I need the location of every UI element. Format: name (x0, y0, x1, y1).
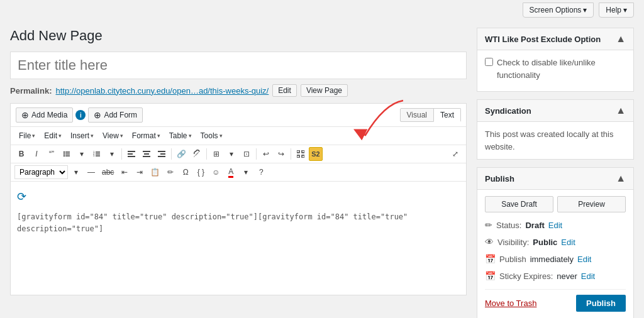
text-mode-button[interactable]: Text (433, 108, 461, 122)
font-color-button[interactable]: A (224, 165, 238, 179)
ol-button[interactable]: 1.2.3. (90, 147, 104, 161)
page-title-input[interactable]: This Week's Quiz (10, 52, 467, 79)
publish-footer: Move to Trash Publish (485, 289, 626, 312)
menu-insert[interactable]: Insert ▾ (66, 129, 98, 142)
toolbar-separator (171, 148, 172, 160)
svg-rect-3 (65, 153, 70, 155)
keyboard-help-button[interactable]: ? (254, 165, 268, 179)
publish-label: Publish (499, 253, 526, 266)
paste-button[interactable]: 📋 (148, 165, 162, 179)
publish-collapse-button[interactable]: ▲ (616, 173, 626, 184)
info-icon[interactable]: i (75, 110, 86, 120)
code-button[interactable]: { } (194, 165, 208, 179)
visibility-edit-link[interactable]: Edit (561, 236, 575, 249)
menu-view[interactable]: View ▾ (98, 129, 128, 142)
syndication-collapse-button[interactable]: ▲ (616, 105, 626, 116)
emoji-button[interactable]: ☺ (209, 165, 223, 179)
caret-icon: ▾ (32, 133, 35, 139)
syndication-text: This post was created locally at this we… (485, 128, 626, 153)
svg-rect-14 (128, 156, 135, 157)
wti-title: WTI Like Post Exclude Option (485, 35, 601, 44)
align-center-button[interactable] (140, 147, 153, 161)
menu-file[interactable]: File ▾ (14, 129, 40, 142)
plus-icon2: ⊕ (94, 110, 101, 120)
special-char-button[interactable]: ⊡ (240, 147, 253, 161)
wti-metabox: WTI Like Post Exclude Option ▲ Check to … (477, 28, 634, 92)
svg-rect-1 (65, 151, 70, 153)
edit-button[interactable]: ✏ (164, 165, 177, 179)
bold-button[interactable]: B (14, 147, 28, 161)
view-page-button[interactable]: View Page (301, 84, 348, 97)
link-button[interactable]: 🔗 (174, 147, 189, 161)
calendar-icon: 📅 (485, 253, 496, 266)
paragraph-select[interactable]: Paragraph (14, 165, 68, 179)
add-form-label: Add Form (104, 111, 137, 119)
visual-mode-button[interactable]: Visual (400, 108, 434, 122)
expand-button[interactable]: ⤢ (448, 147, 462, 161)
paragraph-dropdown[interactable]: ▾ (69, 165, 83, 179)
syndication-metabox: Syndication ▲ This post was created loca… (477, 99, 634, 160)
blockquote-button[interactable]: “” (45, 147, 58, 161)
indent-less-button[interactable]: ⇤ (118, 165, 131, 179)
add-media-button[interactable]: ⊕ Add Media (16, 107, 73, 123)
menu-edit[interactable]: Edit ▾ (40, 129, 66, 142)
chevron-down-icon: ▾ (583, 6, 587, 14)
top-bar: Screen Options ▾ Help ▾ (0, 0, 644, 18)
svg-rect-23 (302, 150, 304, 153)
status-value: Draft (525, 219, 544, 232)
toolbar-separator (121, 148, 122, 160)
special-chars-button[interactable]: Ω (179, 165, 192, 179)
chevron-down-icon: ▾ (623, 6, 627, 14)
redo-button[interactable]: ↪ (274, 147, 288, 161)
syndication-metabox-header: Syndication ▲ (477, 100, 633, 122)
add-form-button[interactable]: ⊕ Add Form (88, 107, 143, 123)
table-insert-button[interactable]: ⊞ (209, 147, 223, 161)
editor-mode-buttons: Visual Text (400, 108, 461, 122)
menu-tools[interactable]: Tools ▾ (196, 129, 227, 142)
save-draft-button[interactable]: Save Draft (485, 196, 553, 212)
edit-permalink-button[interactable]: Edit (272, 84, 297, 97)
font-color-dropdown[interactable]: ▾ (239, 165, 253, 179)
ul-dropdown[interactable]: ▾ (75, 147, 89, 161)
unlink-button[interactable] (190, 147, 204, 161)
indent-more-button[interactable]: ⇥ (133, 165, 147, 179)
visibility-value: Public (533, 236, 557, 249)
permalink-link[interactable]: http://openlab.citytech.cuny.edu/open…ad… (55, 86, 269, 96)
sticky-row: 📅 Sticky Expires: never Edit (485, 270, 626, 283)
italic-button[interactable]: I (30, 147, 43, 161)
strikethrough-button[interactable]: abc (99, 165, 116, 179)
s2-button[interactable]: S2 (309, 147, 323, 161)
menu-format[interactable]: Format ▾ (128, 129, 165, 142)
horizontal-rule-button[interactable]: — (84, 165, 98, 179)
svg-rect-12 (128, 151, 135, 152)
calendar2-icon: 📅 (485, 270, 496, 283)
ul-button[interactable] (60, 147, 74, 161)
status-edit-link[interactable]: Edit (548, 219, 562, 232)
caret-icon: ▾ (120, 133, 123, 139)
publish-metabox-body: Save Draft Preview ✏ Status: Draft Edit … (477, 190, 633, 318)
svg-rect-19 (160, 153, 165, 155)
screen-options-button[interactable]: Screen Options ▾ (523, 3, 594, 18)
publish-when-edit-link[interactable]: Edit (577, 253, 591, 266)
permalink-slug: …ad/this-weeks-quiz/ (191, 86, 269, 96)
undo-button[interactable]: ↩ (259, 147, 273, 161)
wti-checkbox[interactable] (485, 58, 493, 66)
fullscreen-button[interactable] (294, 147, 308, 161)
move-to-trash-button[interactable]: Move to Trash (485, 299, 536, 308)
ol-dropdown[interactable]: ▾ (105, 147, 119, 161)
wti-checkbox-label: Check to disable like/unlike functionali… (497, 57, 626, 81)
align-left-button[interactable] (125, 147, 138, 161)
align-right-button[interactable] (155, 147, 169, 161)
table-dropdown[interactable]: ▾ (225, 147, 238, 161)
wti-collapse-button[interactable]: ▲ (616, 33, 626, 45)
publish-button[interactable]: Publish (576, 295, 626, 312)
permalink-row: Permalink: http://openlab.citytech.cuny.… (10, 84, 467, 97)
preview-button[interactable]: Preview (557, 196, 626, 212)
menu-table[interactable]: Table ▾ (165, 129, 196, 142)
editor-content[interactable]: ⟳ [gravityform id="84" title="true" desc… (11, 182, 466, 295)
editor-menubar: File ▾ Edit ▾ Insert ▾ View ▾ Format ▾ T… (11, 127, 466, 145)
help-button[interactable]: Help ▾ (599, 3, 634, 18)
syndication-metabox-body: This post was created locally at this we… (477, 122, 633, 159)
eye-icon: 👁 (485, 236, 494, 249)
sticky-edit-link[interactable]: Edit (581, 270, 595, 283)
